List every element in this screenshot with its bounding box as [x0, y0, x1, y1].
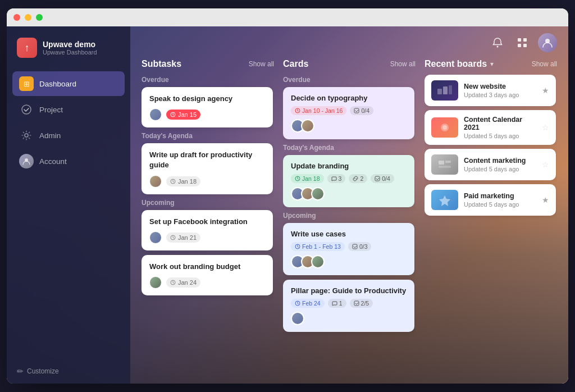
- kanban-card-title: Pillar page: Guide to Productivity: [291, 286, 407, 295]
- svg-point-0: [22, 105, 31, 114]
- date-badge: Jan 18: [291, 174, 324, 183]
- star-icon[interactable]: ★: [542, 86, 549, 95]
- cards-title: Cards: [283, 59, 308, 69]
- recent-boards-column: Recent boards ▾ Show all: [425, 59, 557, 375]
- customize-button[interactable]: ✏ Customize: [7, 359, 130, 384]
- svg-point-3: [497, 46, 499, 48]
- task-title: Speak to design agency: [149, 94, 265, 104]
- kanban-avatar: [301, 119, 314, 133]
- kanban-meta: Jan 18 3 2: [291, 174, 407, 183]
- sidebar-item-project[interactable]: Project: [12, 97, 125, 122]
- kanban-avatars: [291, 119, 407, 133]
- svg-rect-20: [354, 301, 359, 306]
- recent-boards-title: Recent boards: [425, 59, 487, 69]
- checklist-badge: 0/4: [350, 106, 373, 115]
- kanban-card: Decide on typography Jan 10 - Jan 16 0/4: [283, 87, 414, 139]
- sidebar-label-dashboard: Dashboard: [39, 80, 76, 88]
- kanban-card-title: Decide on typography: [291, 94, 407, 102]
- star-icon[interactable]: ☆: [542, 123, 549, 132]
- board-name: New website: [464, 83, 536, 90]
- board-updated: Updated 5 days ago: [464, 133, 536, 139]
- sidebar-header: ↑ Upwave demo Upwave Dashboard: [7, 26, 130, 67]
- kanban-avatars: [291, 255, 407, 268]
- task-card: Write up draft for productivity guide Ja…: [142, 143, 273, 194]
- sidebar-item-account[interactable]: Account: [12, 149, 125, 174]
- board-updated: Updated 5 days ago: [464, 166, 536, 172]
- task-avatar: [149, 231, 162, 244]
- task-avatar: [149, 108, 162, 121]
- cards-scroll[interactable]: Overdue Decide on typography Jan 10 - Ja…: [283, 75, 416, 375]
- minimize-button[interactable]: [25, 14, 31, 21]
- grid-button[interactable]: [513, 34, 531, 52]
- user-avatar[interactable]: [538, 33, 557, 52]
- task-card: Set up Facebook integration Jan 21: [142, 210, 273, 250]
- task-date-badge: Jan 15: [166, 110, 200, 120]
- task-title: Set up Facebook integration: [149, 217, 265, 227]
- kanban-avatar: [311, 187, 325, 200]
- star-icon[interactable]: ★: [542, 195, 549, 204]
- recent-boards-title-group: Recent boards ▾: [425, 59, 494, 69]
- board-name: Paid marketing: [464, 192, 536, 200]
- sidebar-label-account: Account: [39, 157, 67, 166]
- kanban-avatar: [311, 255, 325, 268]
- task-date-badge: Jan 21: [166, 233, 200, 243]
- recent-boards-header: Recent boards ▾ Show all: [425, 59, 557, 69]
- board-updated: Updated 5 days ago: [464, 201, 536, 208]
- cards-show-all[interactable]: Show all: [390, 60, 416, 68]
- board-card[interactable]: Paid marketing Updated 5 days ago ★: [425, 184, 556, 216]
- subtasks-show-all[interactable]: Show all: [249, 60, 274, 68]
- task-date-badge: Jan 24: [166, 277, 200, 288]
- board-card[interactable]: New website Updated 3 days ago ★: [425, 75, 556, 106]
- svg-point-1: [25, 134, 28, 137]
- star-icon[interactable]: ☆: [542, 160, 549, 169]
- sidebar-nav: ⊞ Dashboard Project: [7, 67, 130, 359]
- board-card[interactable]: Content marketing Updated 5 days ago ☆: [425, 149, 556, 180]
- sidebar-label-admin: Admin: [39, 131, 61, 140]
- app-name-block: Upwave demo Upwave Dashboard: [43, 40, 97, 56]
- board-updated: Updated 3 days ago: [464, 92, 536, 98]
- kanban-avatar: [291, 312, 304, 325]
- boards-show-all[interactable]: Show all: [532, 60, 557, 68]
- boards-scroll[interactable]: New website Updated 3 days ago ★: [425, 75, 557, 375]
- board-thumbnail: [431, 80, 458, 101]
- svg-rect-21: [437, 89, 442, 94]
- cards-overdue-label: Overdue: [283, 76, 414, 84]
- notification-button[interactable]: [489, 34, 506, 52]
- task-meta: Jan 18: [149, 175, 265, 188]
- columns: Subtasks Show all Overdue Speak to desig…: [130, 59, 568, 384]
- subtasks-title: Subtasks: [142, 59, 181, 69]
- svg-rect-7: [523, 44, 527, 47]
- subtasks-scroll[interactable]: Overdue Speak to design agency Jan 15: [142, 75, 274, 375]
- maximize-button[interactable]: [36, 14, 43, 21]
- board-info: New website Updated 3 days ago: [464, 83, 536, 98]
- sidebar: ↑ Upwave demo Upwave Dashboard ⊞ Dashboa…: [7, 26, 130, 384]
- task-avatar: [149, 175, 162, 188]
- board-info: Content marketing Updated 5 days ago: [464, 157, 536, 172]
- cards-agenda-label: Today's Agenda: [283, 144, 414, 152]
- task-meta: Jan 24: [149, 276, 265, 289]
- cards-upcoming-label: Upcoming: [283, 212, 414, 220]
- task-title: Work out branding budget: [149, 262, 265, 272]
- links-badge: 2: [349, 174, 367, 183]
- dropdown-arrow-icon[interactable]: ▾: [490, 60, 494, 68]
- sidebar-label-project: Project: [39, 106, 63, 114]
- svg-rect-26: [439, 161, 444, 165]
- task-meta: Jan 21: [149, 231, 265, 244]
- dashboard-icon: ⊞: [19, 76, 34, 91]
- kanban-meta: Jan 10 - Jan 16 0/4: [291, 106, 407, 115]
- board-info: Content Calendar 2021 Updated 5 days ago: [464, 116, 536, 139]
- kanban-card: Update branding Jan 18 3: [283, 155, 414, 207]
- close-button[interactable]: [13, 14, 20, 21]
- task-card: Speak to design agency Jan 15: [142, 87, 273, 127]
- sidebar-item-admin[interactable]: Admin: [12, 123, 125, 148]
- board-thumbnail: [431, 117, 458, 138]
- date-range-badge: Feb 1 - Feb 13: [291, 242, 345, 251]
- board-card[interactable]: Content Calendar 2021 Updated 5 days ago…: [425, 110, 556, 145]
- app-logo: ↑: [17, 38, 37, 58]
- subtasks-upcoming-label: Upcoming: [142, 199, 273, 207]
- subtasks-agenda-label: Today's Agenda: [142, 132, 273, 140]
- task-card: Work out branding budget Jan 24: [142, 255, 273, 295]
- kanban-card-title: Update branding: [291, 162, 407, 170]
- sidebar-item-dashboard[interactable]: ⊞ Dashboard: [12, 71, 125, 96]
- svg-rect-16: [375, 176, 380, 181]
